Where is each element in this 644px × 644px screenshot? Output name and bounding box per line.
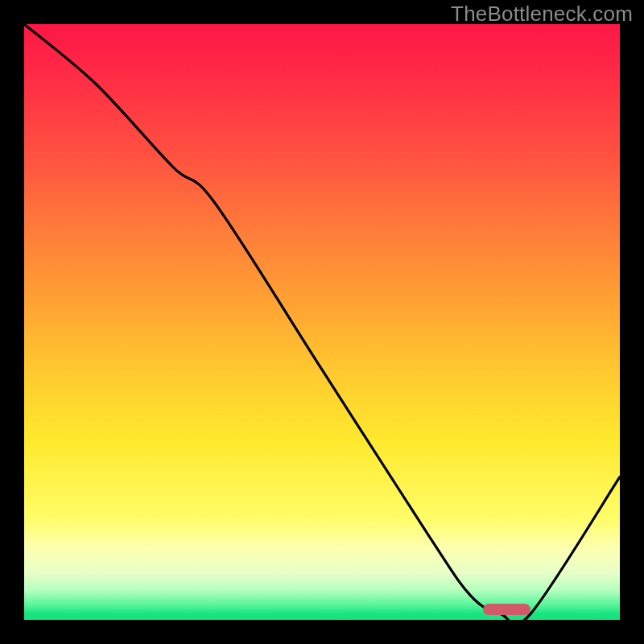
plot-area	[24, 24, 620, 620]
optimal-marker	[483, 604, 530, 615]
bottleneck-curve	[24, 24, 620, 620]
watermark-text: TheBottleneck.com	[451, 2, 633, 27]
curve-path	[24, 24, 620, 625]
chart-frame: TheBottleneck.com	[0, 0, 644, 644]
